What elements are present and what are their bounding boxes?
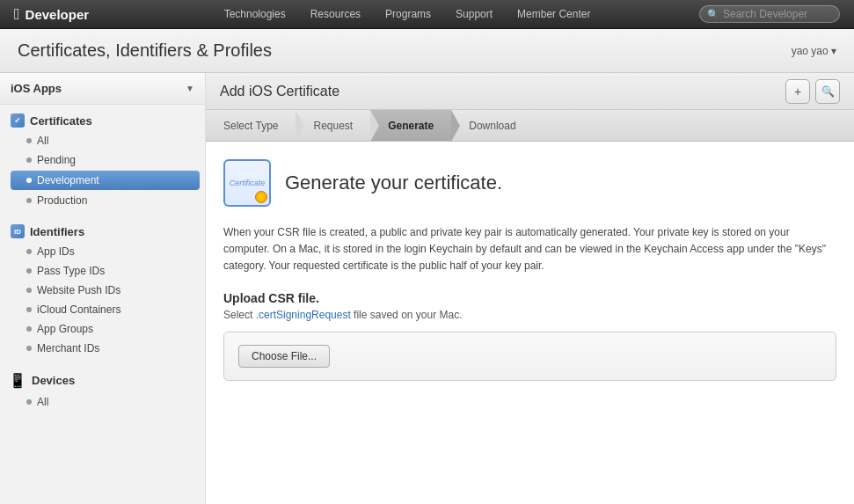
sub-header: Certificates, Identifiers & Profiles yao…	[0, 29, 854, 73]
devices-icon: 📱	[9, 372, 26, 389]
content-area: Add iOS Certificate + 🔍 Select Type Requ…	[206, 73, 854, 504]
certificates-section-header: ✓ Certificates	[0, 105, 205, 131]
identifiers-label: Identifiers	[30, 225, 84, 238]
nav-resources[interactable]: Resources	[298, 0, 373, 29]
step-select-type[interactable]: Select Type	[206, 110, 296, 141]
bullet-icon	[26, 288, 32, 293]
bullet-icon	[26, 346, 32, 351]
cert-signing-link[interactable]: .certSigningRequest	[256, 309, 351, 321]
search-icon: 🔍	[821, 85, 835, 98]
devices-section-header: 📱 Devices	[0, 363, 205, 392]
header-actions: + 🔍	[785, 79, 840, 104]
dropdown-label: iOS Apps	[11, 82, 62, 95]
user-menu[interactable]: yao yao ▾	[792, 45, 836, 57]
bullet-icon	[26, 268, 32, 274]
sidebar-item-icloud-containers[interactable]: iCloud Containers	[0, 300, 205, 319]
cert-icon-text: Certificate	[230, 179, 266, 188]
sidebar-item-merchant-ids[interactable]: Merchant IDs	[0, 339, 205, 358]
sidebar-item-website-push-ids[interactable]: Website Push IDs	[0, 281, 205, 300]
certificates-label: Certificates	[30, 114, 92, 128]
step-generate[interactable]: Generate	[370, 110, 451, 141]
bullet-icon	[26, 249, 32, 254]
upload-title: Upload CSR file.	[223, 291, 836, 305]
search-box[interactable]: 🔍 Search Developer	[699, 5, 840, 23]
certificate-icon: Certificate	[223, 159, 271, 207]
search-button[interactable]: 🔍	[815, 79, 840, 104]
dropdown-arrow-icon: ▼	[186, 84, 194, 93]
add-button[interactable]: +	[785, 79, 810, 104]
bullet-icon	[26, 138, 32, 143]
sidebar-item-app-ids[interactable]: App IDs	[0, 242, 205, 261]
content-header: Add iOS Certificate + 🔍	[206, 73, 854, 110]
content-body: Certificate Generate your certificate. W…	[206, 142, 854, 504]
main-layout: iOS Apps ▼ ✓ Certificates All Pending De…	[0, 73, 854, 504]
search-placeholder: Search Developer	[723, 8, 807, 20]
site-logo[interactable]:  Developer	[14, 5, 89, 24]
sidebar-item-pass-type-ids[interactable]: Pass Type IDs	[0, 261, 205, 281]
steps-bar: Select Type Request Generate Download	[206, 110, 854, 142]
top-nav:  Developer Technologies Resources Progr…	[0, 0, 854, 29]
step-download[interactable]: Download	[451, 110, 533, 141]
sidebar: iOS Apps ▼ ✓ Certificates All Pending De…	[0, 73, 206, 504]
search-icon: 🔍	[707, 9, 719, 20]
sidebar-item-all-devices[interactable]: All	[0, 392, 205, 412]
bullet-icon	[26, 157, 32, 163]
nav-technologies[interactable]: Technologies	[212, 0, 298, 29]
content-title: Add iOS Certificate	[220, 84, 339, 99]
user-label: yao yao ▾	[792, 45, 836, 57]
bullet-icon	[26, 198, 32, 203]
certificates-icon: ✓	[11, 113, 25, 128]
sidebar-item-app-groups[interactable]: App Groups	[0, 319, 205, 339]
cert-description: When your CSR file is created, a public …	[223, 224, 836, 275]
cert-badge-icon	[255, 191, 267, 203]
nav-member-center[interactable]: Member Center	[505, 0, 602, 29]
top-nav-links: Technologies Resources Programs Support …	[115, 0, 699, 29]
sidebar-item-all-certs[interactable]: All	[0, 131, 205, 150]
identifiers-icon: ID	[11, 224, 25, 238]
upload-subtitle: Select .certSigningRequest file saved on…	[223, 309, 836, 321]
bullet-icon	[26, 326, 32, 332]
sidebar-item-production[interactable]: Production	[0, 191, 205, 210]
page-title: Certificates, Identifiers & Profiles	[18, 40, 272, 61]
sidebar-item-development[interactable]: Development	[11, 171, 200, 190]
ios-apps-dropdown[interactable]: iOS Apps ▼	[0, 73, 205, 105]
logo-label: Developer	[26, 7, 90, 22]
sidebar-item-pending[interactable]: Pending	[0, 150, 205, 170]
identifiers-section-header: ID Identifiers	[0, 215, 205, 242]
choose-file-button[interactable]: Choose File...	[238, 345, 330, 368]
devices-label: Devices	[32, 374, 75, 387]
bullet-icon	[26, 399, 32, 405]
cert-main-title: Generate your certificate.	[285, 172, 502, 194]
apple-logo-icon: 	[14, 5, 20, 24]
cert-header-row: Certificate Generate your certificate.	[223, 159, 836, 207]
bullet-icon	[26, 178, 32, 183]
nav-programs[interactable]: Programs	[373, 0, 443, 29]
file-choose-box: Choose File...	[223, 332, 836, 381]
step-request[interactable]: Request	[296, 110, 370, 141]
nav-support[interactable]: Support	[443, 0, 505, 29]
bullet-icon	[26, 307, 32, 312]
